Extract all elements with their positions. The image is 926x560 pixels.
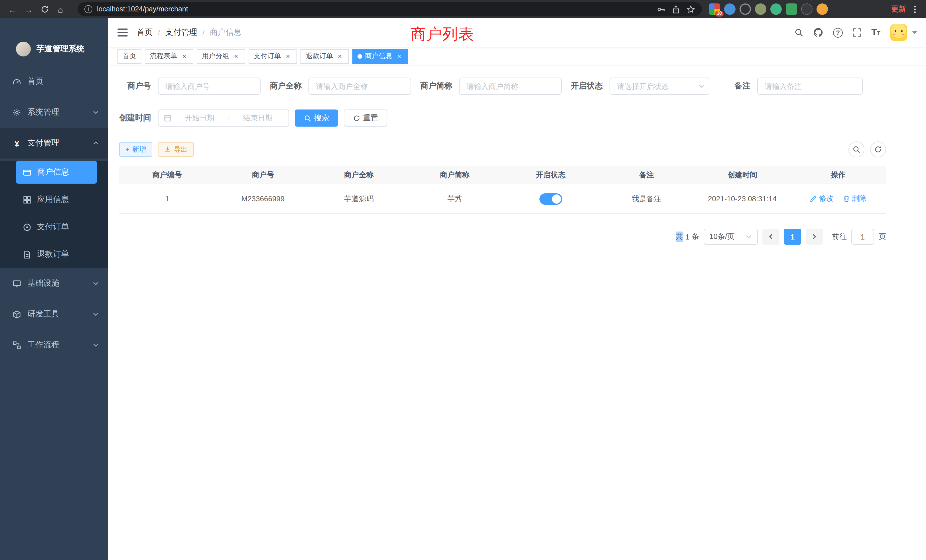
delete-link[interactable]: 删除 [843,194,867,204]
yen-icon: ¥ [12,138,21,148]
merchant-name-input[interactable] [309,77,411,95]
sidebar-item-payment-orders[interactable]: 支付订单 [0,213,108,241]
goto-page-input[interactable] [851,229,874,245]
dashboard-icon [12,77,21,86]
cell-actions: 修改 删除 [790,194,886,204]
sidebar-item-label: 基础设施 [27,278,86,289]
merchant-card-icon [23,168,31,177]
chevron-down-icon [92,342,99,348]
extension-icon-2[interactable] [724,3,735,15]
reset-button[interactable]: 重置 [344,109,387,127]
help-icon[interactable]: ? [833,28,843,37]
extension-icon-1[interactable]: 10 [709,3,720,15]
browser-toolbar: ← → ⌂ i localhost:1024/pay/merchant [0,0,926,18]
sidebar-item-system[interactable]: 系统管理 [0,97,108,128]
page-annotation: 商户列表 [410,24,474,44]
user-avatar[interactable] [890,24,907,41]
browser-forward-icon[interactable]: → [22,2,35,16]
chevron-down-icon [92,311,99,318]
extension-icon-3[interactable] [740,3,751,15]
extension-icon-8[interactable] [817,3,828,15]
date-range-picker[interactable]: 开始日期 - 结束日期 [158,109,289,127]
status-toggle[interactable] [539,193,562,204]
show-search-toggle-button[interactable] [849,141,864,157]
browser-reload-icon[interactable] [38,2,51,16]
address-bar[interactable]: i localhost:1024/pay/merchant [77,2,702,16]
refresh-button[interactable] [870,141,886,157]
col-actions: 操作 [790,170,886,180]
breadcrumb-payment[interactable]: 支付管理 [165,27,197,38]
fullscreen-icon[interactable] [852,28,862,37]
browser-back-icon[interactable]: ← [6,2,20,16]
add-button[interactable]: + 新增 [119,142,152,157]
extension-badge: 10 [715,11,723,17]
remark-input[interactable] [757,77,863,95]
sidebar-toggle-icon[interactable] [118,28,128,37]
tab-close-icon[interactable]: × [336,52,344,60]
page-size-select[interactable]: 10条/页 [704,229,758,245]
extension-icon-4[interactable] [755,3,766,15]
chevron-down-icon [92,280,99,287]
tab-close-icon[interactable]: × [284,52,292,60]
browser-home-icon[interactable]: ⌂ [54,2,67,16]
navbar-right-menu: ? TT [794,24,917,41]
password-key-icon[interactable] [657,5,666,14]
sidebar-item-dev-tools[interactable]: 研发工具 [0,299,108,330]
github-icon[interactable] [813,27,823,38]
sidebar-item-workflow[interactable]: 工作流程 [0,330,108,360]
merchant-short-name-input[interactable] [459,77,561,95]
sidebar-item-label: 支付订单 [37,222,69,232]
bookmark-star-icon[interactable] [687,5,695,14]
merchant-id-label: 商户号 [119,81,151,91]
search-button[interactable]: 搜索 [295,109,338,127]
avatar-caret-icon[interactable] [912,31,917,34]
merchant-id-input[interactable] [158,77,260,95]
tab-home[interactable]: 首页 [118,49,141,64]
tab-refund-orders[interactable]: 退款订单 × [301,49,349,64]
date-start-placeholder[interactable]: 开始日期 [174,113,225,123]
page-content: 商户号 商户全称 商户简称 开启状态 [108,66,926,560]
url-text[interactable]: localhost:1024/pay/merchant [97,5,188,13]
tab-user-group[interactable]: 用户分组 × [197,49,245,64]
date-end-placeholder[interactable]: 结束日期 [232,113,283,123]
col-create-time: 创建时间 [694,170,790,180]
sidebar-item-app-info[interactable]: 应用信息 [0,186,108,213]
app-logo[interactable]: 芋道管理系统 [0,18,108,66]
payment-submenu: 商户信息 应用信息 [0,161,108,268]
tab-close-icon[interactable]: × [180,52,188,60]
browser-menu-icon[interactable] [914,8,916,10]
site-info-icon[interactable]: i [85,5,92,13]
extension-icon-6[interactable] [786,3,797,15]
tab-close-icon[interactable]: × [232,52,240,60]
next-page-button[interactable] [806,229,823,245]
breadcrumb: 首页 / 支付管理 / 商户信息 [137,27,242,38]
sidebar-item-home[interactable]: 首页 [0,66,108,97]
tab-merchant-info[interactable]: 商户信息 × [353,49,408,64]
edit-link[interactable]: 修改 [809,194,834,204]
refund-doc-icon [23,250,31,259]
sidebar-item-infrastructure[interactable]: 基础设施 [0,268,108,299]
sidebar-item-payment[interactable]: ¥ 支付管理 [0,128,108,159]
tab-close-icon[interactable]: × [395,52,403,60]
extension-icon-7[interactable] [801,3,813,15]
share-icon[interactable] [672,5,680,14]
prev-page-button[interactable] [763,229,779,245]
header-search-icon[interactable] [794,28,803,37]
browser-update-button[interactable]: 更新 [891,4,906,14]
sidebar-item-label: 系统管理 [27,107,86,118]
sidebar-item-refund-orders[interactable]: 退款订单 [0,241,108,268]
extension-icon-5[interactable] [770,3,782,15]
export-button[interactable]: 导出 [158,142,194,157]
font-size-icon[interactable]: TT [871,29,881,36]
status-select[interactable] [610,77,709,95]
tab-process-form[interactable]: 流程表单 × [145,49,193,64]
logo-avatar-image [16,42,31,56]
page-number-button[interactable]: 1 [784,229,801,245]
breadcrumb-home[interactable]: 首页 [137,27,153,38]
order-target-icon [23,223,31,231]
tab-payment-orders[interactable]: 支付订单 × [249,49,297,64]
app-title: 芋道管理系统 [36,44,85,54]
col-merchant-no: 商户号 [215,170,311,180]
sidebar-item-merchant-info[interactable]: 商户信息 [16,161,97,184]
active-tab-dot-icon [357,54,362,59]
